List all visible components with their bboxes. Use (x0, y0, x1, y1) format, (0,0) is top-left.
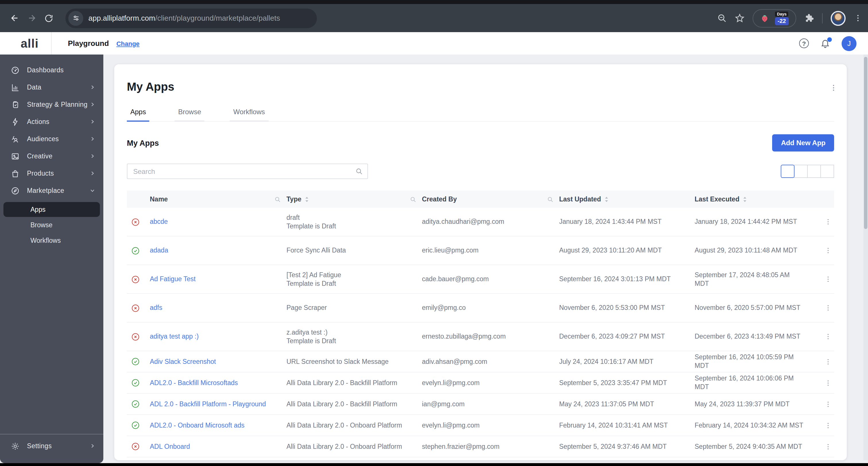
browser-forward-button[interactable] (23, 9, 40, 27)
dashboard-icon (11, 66, 20, 74)
row-menu-button[interactable] (825, 358, 832, 365)
section-title: My Apps (127, 138, 159, 147)
add-new-app-button[interactable]: Add New App (772, 134, 834, 152)
column-last-updated[interactable]: Last Updated (559, 196, 601, 203)
sort-icon[interactable] (743, 196, 747, 202)
column-name[interactable]: Name (150, 196, 168, 203)
app-name-link[interactable]: adfs (150, 304, 162, 311)
browser-menu-button[interactable] (854, 14, 862, 22)
search-input[interactable] (132, 167, 355, 176)
table-row[interactable]: aditya test app :) z.aditya test :) Temp… (127, 322, 834, 351)
address-bar[interactable]: app.alliplatform.com/client/playground/m… (65, 8, 317, 28)
created-by: ian@pmg.com (422, 400, 559, 408)
last-updated: November 6, 2020 5:53:00 PM MST (559, 304, 694, 312)
table-row[interactable]: ADL 2.0 - Backfill Platform - Playground… (127, 394, 834, 415)
row-menu-button[interactable] (825, 276, 832, 283)
browser-back-button[interactable] (6, 9, 23, 27)
sidebar-item-label: Strategy & Planning (27, 101, 88, 108)
filter-chip[interactable] (794, 165, 808, 178)
column-last-executed[interactable]: Last Executed (694, 196, 739, 203)
search-icon[interactable] (355, 167, 363, 175)
sidebar-subitem[interactable]: Workflows (3, 233, 100, 248)
column-search-icon[interactable] (410, 196, 416, 202)
change-workspace-link[interactable]: Change (116, 40, 140, 47)
app-name-link[interactable]: Ad Fatigue Test (150, 276, 195, 282)
tab[interactable]: Apps (127, 107, 150, 121)
last-updated: September 16, 2024 3:01:13 PM MDT (559, 275, 694, 283)
sidebar: Dashboards Data Strategy & Planning Acti… (0, 55, 103, 463)
bar-chart-icon (11, 83, 20, 92)
table-row[interactable]: adada Force Sync Alli Data eric.lieu@pmg… (127, 237, 834, 265)
last-executed: November 6, 2020 5:57:00 PM MST (694, 304, 812, 312)
extension-pill[interactable]: Days -22 (752, 9, 796, 27)
alli-logo[interactable]: alli (21, 36, 38, 50)
app-name-link[interactable]: aditya test app :) (150, 333, 198, 340)
row-menu-button[interactable] (825, 400, 832, 408)
table-row[interactable]: Ahmed_WhiskersandSoda_Screenshot URL Scr… (127, 457, 834, 460)
table-row[interactable]: ADL2.0 - Onboard Microsoft ads Alli Data… (127, 415, 834, 436)
row-menu-button[interactable] (825, 422, 832, 429)
app-name-link[interactable]: ADL Onboard (150, 443, 190, 449)
table-row[interactable]: Ad Fatigue Test [Test 2] Ad Fatigue Temp… (127, 265, 834, 294)
column-search-icon[interactable] (274, 196, 281, 202)
browser-reload-button[interactable] (40, 9, 57, 27)
sidebar-item-label: Marketplace (27, 187, 64, 194)
app-name-link[interactable]: ADL2.0 - Backfill Microsoftads (150, 379, 238, 386)
filter-chip[interactable] (807, 165, 821, 178)
sidebar-item[interactable]: Creative (0, 148, 103, 165)
column-type[interactable]: Type (286, 196, 301, 203)
sort-icon[interactable] (305, 196, 309, 202)
site-settings-button[interactable] (68, 11, 83, 26)
help-button[interactable]: ? (799, 38, 809, 48)
filter-chip[interactable] (820, 165, 834, 178)
table-row[interactable]: adfs Page Scraper emily@pmg.co November … (127, 294, 834, 322)
sidebar-item[interactable]: Strategy & Planning (0, 96, 103, 113)
app-name-link[interactable]: Adiv Slack Screenshot (150, 358, 216, 365)
last-updated: September 5, 2024 9:37:46 AM MDT (559, 442, 694, 451)
table-row[interactable]: ADL Onboard Alli Data Library 2.0 - Onbo… (127, 436, 834, 457)
extensions-button[interactable] (804, 13, 814, 23)
tab[interactable]: Workflows (230, 107, 268, 121)
sidebar-item[interactable]: Products (0, 165, 103, 182)
column-search-icon[interactable] (547, 196, 553, 202)
browser-profile-avatar[interactable] (831, 11, 846, 26)
page-scrollbar[interactable] (863, 55, 868, 460)
user-avatar[interactable]: J (842, 36, 857, 51)
app-name-link[interactable]: ADL 2.0 - Backfill Platform - Playground (150, 400, 266, 407)
sidebar-subitem[interactable]: Browse (3, 218, 100, 232)
scrollbar-thumb[interactable] (864, 57, 867, 229)
sidebar-item[interactable]: Dashboards (0, 61, 103, 79)
row-menu-button[interactable] (825, 304, 832, 312)
row-menu-button[interactable] (825, 218, 832, 225)
app-name-link[interactable]: abcde (150, 218, 168, 225)
sidebar-item[interactable]: Marketplace (0, 182, 103, 199)
table-row[interactable]: ADL2.0 - Backfill Microsoftads Alli Data… (127, 372, 834, 394)
status-error-icon (131, 218, 140, 226)
row-menu-button[interactable] (825, 443, 832, 450)
table-row[interactable]: abcde draft Template is Draft aditya.cha… (127, 208, 834, 237)
last-updated: July 24, 2024 10:16:17 AM MDT (559, 357, 694, 366)
back-arrow-icon (9, 13, 19, 23)
app-header: alli Playground Change ? J (0, 32, 868, 55)
table-row[interactable]: Adiv Slack Screenshot URL Screenshot to … (127, 351, 834, 372)
sidebar-item[interactable]: Actions (0, 113, 103, 130)
app-name-link[interactable]: adada (150, 247, 168, 254)
filter-chip[interactable] (781, 165, 795, 178)
sort-icon[interactable] (604, 196, 609, 202)
column-created-by[interactable]: Created By (422, 196, 457, 203)
notifications-button[interactable] (820, 38, 830, 48)
sidebar-item-settings[interactable]: Settings (0, 436, 103, 456)
row-menu-button[interactable] (825, 333, 832, 340)
zoom-out-button[interactable] (717, 13, 726, 23)
sidebar-subitem-label: Apps (30, 206, 45, 213)
sidebar-item[interactable]: Data (0, 79, 103, 96)
page-menu-button[interactable] (830, 84, 838, 92)
app-name-link[interactable]: ADL2.0 - Onboard Microsoft ads (150, 422, 245, 428)
row-menu-button[interactable] (825, 379, 832, 386)
row-menu-button[interactable] (825, 247, 832, 254)
sidebar-item[interactable]: Audiences (0, 130, 103, 148)
bookmark-star-button[interactable] (735, 13, 744, 23)
sidebar-subitem[interactable]: Apps (3, 202, 100, 217)
tab[interactable]: Browse (175, 107, 205, 121)
last-updated: January 18, 2024 1:43:44 PM MST (559, 218, 694, 226)
